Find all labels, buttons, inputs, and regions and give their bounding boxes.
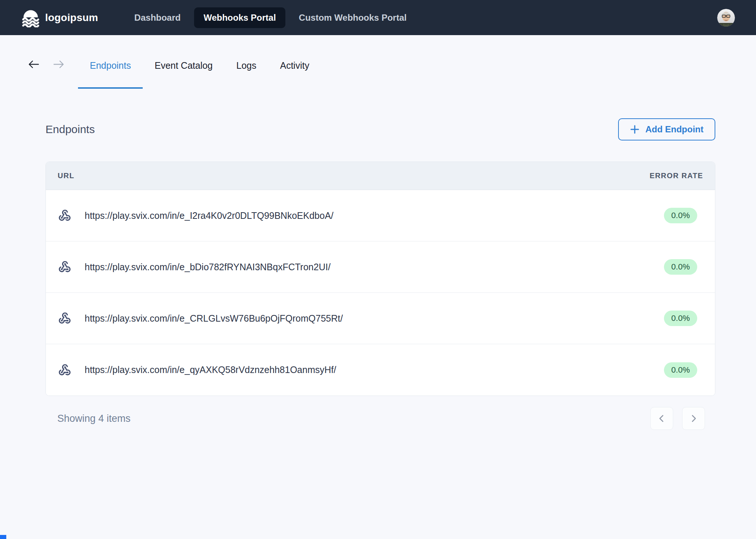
pagination	[650, 407, 705, 430]
screen-corner-artifact	[0, 535, 6, 539]
column-header-url: URL	[58, 172, 74, 180]
tab-event-catalog[interactable]: Event Catalog	[143, 56, 224, 89]
endpoint-row[interactable]: https://play.svix.com/in/e_bDio782fRYNAI…	[46, 241, 715, 293]
webhook-icon	[58, 311, 72, 325]
user-avatar[interactable]	[717, 9, 735, 27]
logo-sun-waves-icon	[21, 8, 40, 27]
app-logo: logoipsum	[21, 8, 98, 27]
plus-icon	[630, 125, 640, 134]
portal-tabbar: Endpoints Event Catalog Logs Activity	[28, 56, 756, 89]
endpoint-url: https://play.svix.com/in/e_CRLGLvsW76Bu6…	[85, 313, 664, 324]
endpoints-table: URL ERROR RATE https://play.svix.com/in/…	[45, 162, 715, 396]
endpoints-page: Endpoints Add Endpoint URL ERROR RATE ht…	[0, 118, 756, 430]
endpoint-url: https://play.svix.com/in/e_I2ra4K0v2r0DL…	[85, 210, 664, 221]
chevron-right-icon	[689, 414, 698, 423]
logo-text: logoipsum	[45, 12, 98, 24]
error-rate-badge: 0.0%	[664, 362, 697, 378]
error-rate-badge: 0.0%	[664, 311, 697, 326]
nav-item-custom-webhooks-portal[interactable]: Custom Webhooks Portal	[289, 7, 416, 28]
add-endpoint-label: Add Endpoint	[645, 124, 704, 135]
history-forward-button[interactable]	[53, 60, 65, 69]
tab-logs[interactable]: Logs	[224, 56, 268, 89]
endpoint-row[interactable]: https://play.svix.com/in/e_qyAXKQ58rVdzn…	[46, 344, 715, 396]
add-endpoint-button[interactable]: Add Endpoint	[618, 118, 715, 140]
table-footer: Showing 4 items	[45, 407, 715, 430]
webhook-icon	[58, 209, 72, 223]
endpoint-url: https://play.svix.com/in/e_bDio782fRYNAI…	[85, 262, 664, 272]
tab-activity[interactable]: Activity	[268, 56, 321, 89]
webhook-icon	[58, 363, 72, 377]
arrow-right-icon	[53, 65, 65, 70]
nav-item-dashboard[interactable]: Dashboard	[125, 7, 190, 28]
items-count-summary: Showing 4 items	[57, 413, 130, 424]
endpoint-row[interactable]: https://play.svix.com/in/e_CRLGLvsW76Bu6…	[46, 293, 715, 344]
table-header-row: URL ERROR RATE	[46, 162, 715, 190]
previous-page-button[interactable]	[650, 407, 673, 430]
history-back-button[interactable]	[28, 60, 40, 69]
tab-endpoints[interactable]: Endpoints	[78, 56, 143, 89]
column-header-error-rate: ERROR RATE	[650, 172, 703, 180]
primary-nav: Dashboard Webhooks Portal Custom Webhook…	[125, 7, 416, 28]
error-rate-badge: 0.0%	[664, 208, 697, 223]
error-rate-badge: 0.0%	[664, 259, 697, 275]
endpoint-row[interactable]: https://play.svix.com/in/e_I2ra4K0v2r0DL…	[46, 190, 715, 241]
webhook-icon	[58, 260, 72, 274]
endpoint-url: https://play.svix.com/in/e_qyAXKQ58rVdzn…	[85, 365, 664, 375]
chevron-left-icon	[657, 414, 666, 423]
next-page-button[interactable]	[682, 407, 705, 430]
top-navbar: logoipsum Dashboard Webhooks Portal Cust…	[0, 0, 756, 35]
page-title: Endpoints	[45, 123, 95, 136]
nav-item-webhooks-portal[interactable]: Webhooks Portal	[194, 7, 286, 28]
arrow-left-icon	[28, 65, 40, 70]
